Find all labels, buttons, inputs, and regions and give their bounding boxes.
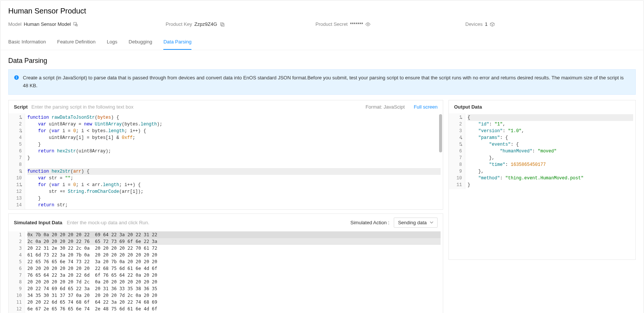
info-icon	[14, 75, 19, 80]
eye-icon[interactable]	[365, 22, 371, 27]
scrollbar[interactable]	[439, 114, 442, 152]
output-editor[interactable]: 1▾234▾5▾67891011 { "id": "1", "version":…	[449, 113, 635, 259]
sim-action-value: Sending data	[398, 220, 427, 225]
product-secret-label: Product Secret	[315, 21, 348, 27]
svg-rect-3	[220, 22, 223, 25]
sim-panel: Simulated Input Data Enter the mock-up d…	[8, 213, 443, 313]
sim-action-label: Simulated Action :	[350, 220, 389, 225]
fullscreen-link[interactable]: Full screen	[414, 104, 438, 110]
devices-count: 1	[485, 21, 487, 27]
output-panel: Output Data 1▾234▾5▾67891011 { "id": "1"…	[448, 100, 636, 260]
svg-point-9	[16, 76, 17, 77]
tab-logs[interactable]: Logs	[107, 34, 117, 50]
format-label: Format: JavaScipt	[366, 104, 405, 110]
script-editor[interactable]: 1▾23▾456789▾1011▾121314 function rawData…	[9, 113, 443, 209]
script-panel: Script Enter the parsing script in the f…	[8, 100, 443, 210]
product-secret-value: *******	[350, 21, 363, 27]
alert-text: Create a script (in JavaScript) to parse…	[23, 74, 630, 90]
script-hint: Enter the parsing script in the followin…	[31, 104, 133, 110]
sim-action-select[interactable]: Sending data	[394, 218, 438, 228]
model-view-icon[interactable]	[73, 22, 78, 27]
page-title: Human Sensor Product	[8, 7, 636, 15]
devices-label: Devices	[465, 21, 483, 27]
tab-basic-information[interactable]: Basic Information	[8, 34, 46, 50]
chevron-down-icon	[430, 221, 433, 224]
svg-rect-4	[221, 24, 224, 26]
tab-feature-definition[interactable]: Feature Definition	[57, 34, 96, 50]
tab-data-parsing[interactable]: Data Parsing	[163, 34, 191, 50]
product-key-label: Product Key	[166, 21, 192, 27]
svg-rect-0	[74, 22, 76, 25]
model-value: Human Sensor Model	[24, 21, 71, 27]
model-label: Model	[8, 21, 21, 27]
hex-editor[interactable]: 12345678910111213 0x 7b 0a 20 20 20 20 2…	[9, 231, 443, 313]
output-title: Output Data	[454, 104, 482, 110]
tab-debugging[interactable]: Debugging	[129, 34, 152, 50]
sim-hint: Enter the mock-up data and click Run.	[67, 220, 149, 225]
svg-rect-8	[16, 77, 16, 79]
script-title: Script	[14, 104, 28, 110]
sim-title: Simulated Input Data	[14, 220, 62, 225]
svg-point-5	[368, 24, 369, 25]
product-key-value: Zzpz9Z4G	[194, 21, 217, 27]
cube-icon[interactable]	[490, 22, 495, 27]
copy-icon[interactable]	[220, 22, 225, 27]
svg-line-2	[77, 25, 78, 26]
section-title: Data Parsing	[1, 50, 643, 68]
